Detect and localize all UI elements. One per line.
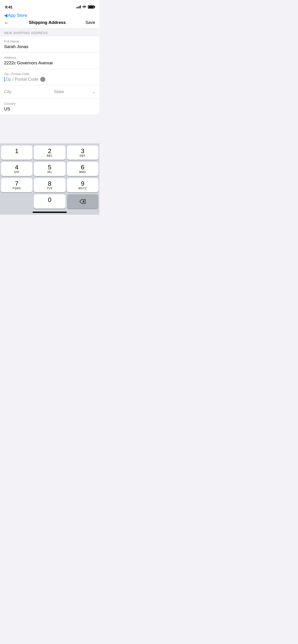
home-indicator <box>33 212 67 213</box>
key-4[interactable]: 4 GHI <box>1 162 32 176</box>
appstore-back-row: ◀ App Store <box>0 11 99 18</box>
key-1[interactable]: 1 <box>1 145 32 160</box>
scroll-handle[interactable] <box>40 77 45 82</box>
key-row-4: 0 <box>1 194 98 209</box>
text-cursor <box>4 77 5 82</box>
country-value: US <box>4 107 95 112</box>
state-label: State <box>54 89 64 94</box>
chevron-down-icon: ⌄ <box>92 90 95 94</box>
back-arrow-icon: ← <box>4 20 9 25</box>
zip-placeholder: Zip / Postal Code <box>5 77 38 82</box>
city-label: City <box>4 89 11 94</box>
key-row-3: 7 PQRS 8 TUV 9 WXYZ <box>1 178 98 192</box>
full-name-value: Sarah Jonas <box>4 44 95 49</box>
state-field[interactable]: State ⌄ <box>50 85 100 98</box>
full-name-field[interactable]: Full Name Sarah Jonas <box>0 36 99 53</box>
numeric-keyboard: 1 2 ABC 3 DEF 4 GHI 5 JKL 6 <box>0 143 99 215</box>
address-value: 2222c Governors Avenue <box>4 61 95 66</box>
back-chevron-icon: ◀ <box>4 13 7 18</box>
zip-input[interactable]: Zip / Postal Code <box>4 77 38 82</box>
battery-icon <box>88 5 94 9</box>
wifi-icon <box>82 5 86 9</box>
status-bar: 9:41 <box>0 0 99 11</box>
key-row-1: 1 2 ABC 3 DEF <box>1 145 98 160</box>
main-nav-row: ← Shipping Address Save <box>0 18 99 28</box>
top-nav: ◀ App Store ← Shipping Address Save <box>0 11 99 28</box>
form-container: Full Name Sarah Jonas Address 2222c Gove… <box>0 36 99 115</box>
key-5[interactable]: 5 JKL <box>34 162 65 176</box>
key-8[interactable]: 8 TUV <box>34 178 65 192</box>
signal-icon <box>76 5 81 8</box>
full-name-label: Full Name <box>4 39 95 43</box>
key-2[interactable]: 2 ABC <box>34 145 65 160</box>
appstore-back-label: App Store <box>8 13 27 18</box>
zip-label: Zip / Postal Code <box>4 72 95 76</box>
page-title: Shipping Address <box>29 20 66 25</box>
key-7[interactable]: 7 PQRS <box>1 178 32 192</box>
key-9[interactable]: 9 WXYZ <box>67 178 98 192</box>
section-header: NEW SHIPPING ADDRESS <box>0 28 99 36</box>
address-field[interactable]: Address 2222c Governors Avenue <box>0 53 99 69</box>
keyboard-rows: 1 2 ABC 3 DEF 4 GHI 5 JKL 6 <box>0 143 99 210</box>
zip-field[interactable]: Zip / Postal Code Zip / Postal Code <box>0 69 99 85</box>
keyboard-bottom <box>0 210 99 215</box>
back-button[interactable]: ← <box>4 20 9 25</box>
key-row-2: 4 GHI 5 JKL 6 MNO <box>1 162 98 176</box>
status-time: 9:41 <box>5 5 12 9</box>
delete-icon <box>79 199 86 204</box>
country-field[interactable]: Country US <box>0 99 99 115</box>
country-label: Country <box>4 102 95 106</box>
appstore-back-button[interactable]: ◀ App Store <box>4 13 27 18</box>
key-3[interactable]: 3 DEF <box>67 145 98 160</box>
save-button[interactable]: Save <box>85 20 95 25</box>
status-icons <box>76 5 94 9</box>
key-6[interactable]: 6 MNO <box>67 162 98 176</box>
key-0[interactable]: 0 <box>34 194 65 209</box>
city-state-row: City State ⌄ <box>0 85 99 99</box>
delete-key[interactable] <box>67 194 98 209</box>
address-label: Address <box>4 56 95 60</box>
key-empty <box>1 194 32 209</box>
city-field[interactable]: City <box>0 85 50 98</box>
